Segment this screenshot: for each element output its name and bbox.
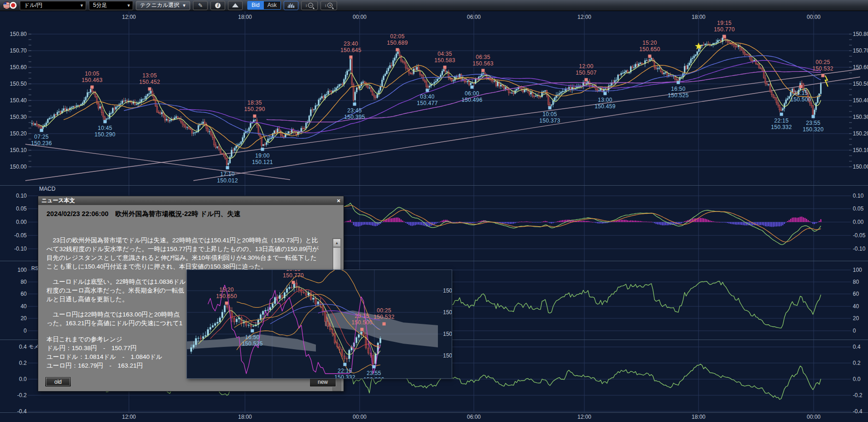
pair-select[interactable]: ドル/円 ▼ [20,1,86,10]
chevron-down-icon: ▼ [80,3,84,8]
news-popup-titlebar[interactable]: ニュース本文 × [38,196,344,205]
technical-select-button[interactable]: テクニカル選択 ▼ [136,1,190,10]
panel-divider [0,412,868,413]
pencil-icon: ✎ [198,2,203,9]
extreme-marker [383,322,386,326]
bid-button[interactable]: Bid [248,1,263,9]
main-candlestick-chart [0,11,868,185]
zoom-out-button[interactable]: ↕ − [301,1,318,10]
news-text-line: 23日の欧州外国為替市場でドル円は失速。22時時点では150.41円と20時時点… [47,236,344,245]
extreme-annotation: 23:15150.500 [351,313,372,326]
extreme-annotation: 22:15150.332 [334,368,355,379]
extreme-marker [225,302,228,305]
extreme-marker [344,363,347,366]
mini-price-axis-label: 150. [443,288,452,293]
mountain-icon [232,3,239,7]
extreme-annotation: 16:50150.525 [242,334,262,347]
extreme-annotation: 15:20150.650 [216,287,237,299]
extreme-annotation: 23:55150.320 [363,370,384,379]
time-axis-label-bottom: 12:00 [122,414,136,420]
chevron-down-icon: ▼ [182,3,186,8]
time-axis-label-bottom: 18:00 [238,414,252,420]
close-icon[interactable]: × [337,198,340,204]
waveform-icon [288,3,294,8]
pair-select-value: ドル/円 [24,1,42,9]
volume-display-button[interactable] [284,1,298,10]
news-paragraph-1: 23日の欧州外国為替市場でドル円は失速。22時時点では150.41円と20時時点… [38,236,344,271]
jp-flag-icon [9,1,17,9]
mini-price-axis-label: 150. [443,353,452,358]
bid-ask-toggle: Bid Ask [247,1,280,10]
old-news-button[interactable]: old [45,376,71,387]
macd-panel-label: MACD [39,186,55,192]
panel-divider [0,185,868,186]
time-axis-label-bottom: 00:00 [353,414,367,420]
extreme-marker [373,365,376,368]
zoom-in-icon: + [327,3,332,8]
news-popup-title: ニュース本文 [41,197,75,205]
extreme-marker [251,329,254,332]
zoom-in-button[interactable]: ↕ + [320,1,337,10]
info-button[interactable]: i [210,1,225,10]
trading-app-window: ドル/円 ▼ 5分足 ▼ テクニカル選択 ▼ ✎ i Bid Ask ↕ [0,0,868,422]
time-axis-label-bottom: 06:00 [467,414,481,420]
news-text-line: べて32銭程度のドル安水準だった。一時は150.77円まで上昇したものの、13日… [47,245,344,253]
extreme-marker [292,281,295,284]
technical-select-label: テクニカル選択 [140,1,179,9]
time-axis-label-bottom: 18:00 [692,414,705,420]
mini-price-axis-label: 150. [443,331,452,337]
chart-style-button[interactable] [228,1,243,10]
news-headline: 2024/02/23 22:06:00 欧州外国為替市場概況-22時 ドル円、失… [38,205,344,218]
scroll-up-icon[interactable]: ▲ [333,239,341,247]
timeframe-select[interactable]: 5分足 ▼ [89,1,133,10]
time-axis-label-bottom: 00:00 [807,414,821,420]
extreme-annotation: 00:25150.532 [373,307,394,320]
draw-pencil-button[interactable]: ✎ [193,1,208,10]
chart-toolbar: ドル/円 ▼ 5分足 ▼ テクニカル選択 ▼ ✎ i Bid Ask ↕ [0,0,868,11]
news-text-line: 目先のレジスタンスとして意識されると伸び悩み。米10年債利回りが4.30%台まで… [47,253,344,262]
chevron-down-icon: ▼ [127,3,131,8]
mini-price-axis-label: 150. [443,310,452,315]
extreme-annotation: 19:15150.770 [283,270,303,279]
zoom-out-icon: − [308,3,313,8]
star-icon: ★ [694,41,703,52]
timeframe-select-value: 5分足 [93,1,107,9]
ask-button[interactable]: Ask [263,1,280,9]
time-axis-label-bottom: 12:00 [577,414,591,420]
updown-arrow-icon: ↕ [305,3,308,8]
info-icon: i [215,3,221,8]
updown-arrow-icon: ↕ [325,3,327,8]
extreme-marker [361,328,364,331]
currency-pair-flags [3,1,17,9]
mini-candlestick-chart [187,270,452,379]
mini-chart-popup[interactable]: 15:20150.65019:15150.77016:50150.52513:0… [186,270,452,379]
